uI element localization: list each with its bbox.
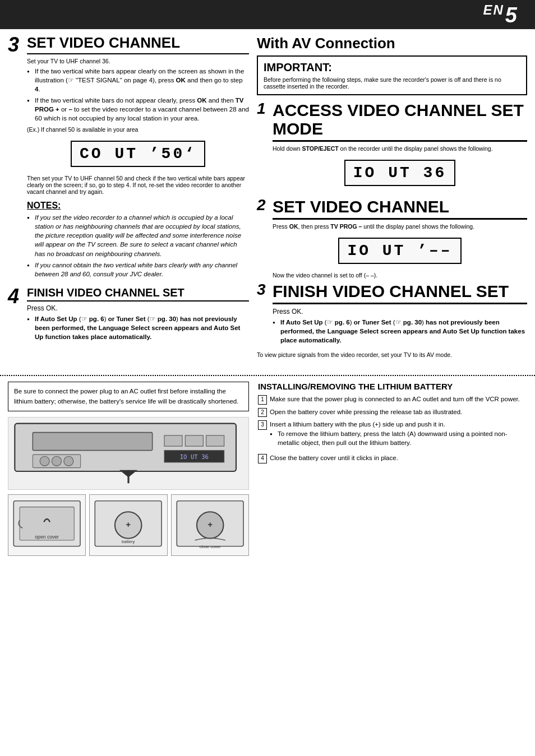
set-video-section-right: 2 SET VIDEO CHANNEL Press OK, then press… — [257, 197, 527, 279]
finish-bullets-right: If Auto Set Up (☞ pg. 6) or Tuner Set (☞… — [273, 318, 527, 345]
vcr-diagram-svg: IO UT 36 — [8, 418, 248, 489]
access-video-title: ACCESS VIDEO CHANNEL SET MODE — [273, 101, 527, 142]
display-panel-1: CO UT ’50‘ — [71, 141, 205, 167]
step-3-right-number: 3 — [257, 282, 269, 298]
right-column: With AV Connection IMPORTANT: Before per… — [257, 35, 527, 361]
battery-step-3-content: Insert a lithium battery with the plus (… — [270, 420, 527, 451]
important-title: IMPORTANT: — [264, 61, 520, 74]
svg-text:open cover: open cover — [35, 534, 59, 540]
en-label: EN — [483, 2, 504, 17]
svg-rect-4 — [206, 435, 224, 446]
then-text: Then set your TV to UHF channel 50 and c… — [27, 175, 249, 195]
battery-step-3-text: Insert a lithium battery with the plus (… — [270, 421, 445, 428]
important-text: Before performing the following steps, m… — [264, 76, 520, 90]
important-box: IMPORTANT: Before performing the followi… — [257, 55, 527, 95]
top-bar: EN5 — [0, 0, 535, 29]
set-video-channel-section: 3 SET VIDEO CHANNEL Set your TV to UHF c… — [8, 35, 249, 282]
battery-step-2-num: 2 — [258, 408, 267, 418]
finish-bullets-left: If Auto Set Up (☞ pg. 6) or Tuner Set (☞… — [27, 314, 249, 341]
ex-text: (Ex.) If channel 50 is available in your… — [27, 126, 249, 133]
finish-video-channel-section-left: 4 FINISH VIDEO CHANNEL SET Press OK. If … — [8, 286, 249, 345]
finish-video-content-right: FINISH VIDEO CHANNEL SET Press OK. If Au… — [273, 282, 527, 348]
step-3-number: 3 — [8, 35, 24, 55]
battery-step-img-2: + battery — [90, 495, 167, 555]
finish-bullet-left: If Auto Set Up (☞ pg. 6) or Tuner Set (☞… — [27, 314, 249, 341]
page-number: 5 — [505, 3, 518, 26]
svg-rect-1 — [33, 432, 152, 450]
notes-title: NOTES: — [27, 201, 249, 211]
svg-text:+: + — [207, 520, 213, 529]
installing-title: Installing/Removing the lithium battery — [258, 382, 527, 391]
step-2-right-number: 2 — [257, 197, 269, 213]
dotted-divider — [0, 375, 535, 376]
access-step1-text: Hold down STOP/EJECT on the recorder unt… — [273, 145, 527, 152]
set-video-channel-content: SET VIDEO CHANNEL Set your TV to UHF cha… — [27, 35, 249, 282]
svg-point-9 — [64, 456, 73, 466]
svg-text:+: + — [126, 520, 131, 529]
notes-section: NOTES: If you set the video recorder to … — [27, 201, 249, 279]
finish-video-title-right: FINISH VIDEO CHANNEL SET — [273, 282, 527, 304]
access-video-content: ACCESS VIDEO CHANNEL SET MODE Hold down … — [273, 101, 527, 194]
video-off-text: Now the video channel is set to off (– –… — [273, 272, 527, 279]
bottom-left: Be sure to connect the power plug to an … — [8, 382, 249, 556]
display-panel-3: IO UT ’–– — [338, 238, 461, 264]
bottom-img-3: + close cover — [171, 494, 249, 556]
bottom-right: Installing/Removing the lithium battery … — [258, 382, 527, 556]
svg-point-10 — [40, 456, 49, 466]
set-video-step2-text: Press OK, then press TV PROG – until the… — [273, 223, 527, 230]
battery-step-3: 3 Insert a lithium battery with the plus… — [258, 420, 527, 451]
set-video-content-right: SET VIDEO CHANNEL Press OK, then press T… — [273, 197, 527, 279]
display-panel-2: IO UT 36 — [344, 160, 455, 186]
bullet-item-2: If the two vertical white bars do not ap… — [27, 96, 249, 123]
battery-step-img-1: open cover — [8, 495, 85, 555]
step-4-number: 4 — [8, 286, 24, 307]
battery-note-box: Be sure to connect the power plug to an … — [8, 382, 249, 411]
battery-step-1: 1 Make sure that the power plug is conne… — [258, 395, 527, 405]
bottom-images-row: open cover + battery — [8, 494, 249, 556]
press-ok-right: Press OK. — [273, 308, 527, 316]
battery-step-img-3: + close cover — [172, 495, 248, 555]
notes-item-2: If you cannot obtain the two vertical wh… — [27, 261, 249, 279]
battery-step-4: 4 Close the battery cover until it click… — [258, 453, 527, 463]
av-connection-title: With AV Connection — [257, 35, 527, 52]
finish-bullet-right: If Auto Set Up (☞ pg. 6) or Tuner Set (☞… — [273, 318, 527, 345]
bullet-item-1: If the two vertical white bars appear cl… — [27, 67, 249, 94]
battery-step-3-sub-bullets: To remove the lithium battery, press the… — [270, 429, 527, 447]
finish-video-section-right: 3 FINISH VIDEO CHANNEL SET Press OK. If … — [257, 282, 527, 348]
finish-video-title-left: FINISH VIDEO CHANNEL SET — [27, 286, 249, 302]
battery-note-text: Be sure to connect the power plug to an … — [14, 387, 243, 406]
battery-step-2: 2 Open the battery cover while pressing … — [258, 407, 527, 418]
bottom-img-2: + battery — [89, 494, 167, 556]
page-header-title: EN5 — [483, 2, 518, 27]
battery-step-4-num: 4 — [258, 454, 267, 463]
main-content: 3 SET VIDEO CHANNEL Set your TV to UHF c… — [0, 29, 535, 367]
battery-step-2-text: Open the battery cover while pressing th… — [270, 407, 527, 417]
battery-step-3-num: 3 — [258, 420, 267, 430]
svg-rect-2 — [164, 435, 182, 446]
left-column: 3 SET VIDEO CHANNEL Set your TV to UHF c… — [8, 35, 249, 361]
set-video-title-right: SET VIDEO CHANNEL — [273, 197, 527, 220]
svg-point-8 — [52, 456, 61, 466]
battery-remove-bullet: To remove the lithium battery, press the… — [270, 429, 527, 447]
battery-steps-list: 1 Make sure that the power plug is conne… — [258, 395, 527, 463]
svg-text:battery: battery — [122, 539, 135, 544]
step-1-right-number: 1 — [257, 101, 269, 117]
av-connection-section: With AV Connection IMPORTANT: Before per… — [257, 35, 527, 358]
bottom-img-1: open cover — [8, 494, 86, 556]
footer-note: To view picture signals from the video r… — [257, 351, 527, 358]
battery-step-1-text: Make sure that the power plug is connect… — [270, 395, 527, 404]
bottom-section: Be sure to connect the power plug to an … — [0, 382, 535, 562]
display-panel-wrapper-2: IO UT 36 — [273, 156, 527, 189]
set-video-channel-bullets: If the two vertical white bars appear cl… — [27, 67, 249, 123]
svg-text:IO UT 36: IO UT 36 — [180, 453, 209, 460]
svg-text:close cover: close cover — [199, 544, 221, 549]
battery-step-4-text: Close the battery cover until it clicks … — [270, 453, 527, 463]
press-ok-left: Press OK. — [27, 304, 249, 312]
battery-step-1-num: 1 — [258, 395, 267, 405]
access-video-section: 1 ACCESS VIDEO CHANNEL SET MODE Hold dow… — [257, 101, 527, 194]
display-panel-wrapper-1: CO UT ’50‘ — [27, 137, 249, 170]
vcr-diagram-main: IO UT 36 — [8, 417, 249, 490]
svg-rect-3 — [185, 435, 203, 446]
finish-video-content-left: FINISH VIDEO CHANNEL SET Press OK. If Au… — [27, 286, 249, 345]
display-panel-wrapper-3: IO UT ’–– — [273, 234, 527, 267]
